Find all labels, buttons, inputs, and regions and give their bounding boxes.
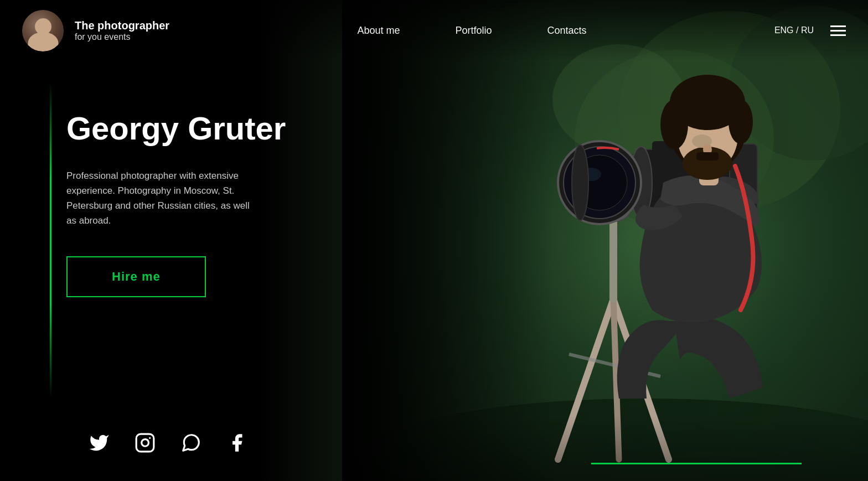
- nav-links: About me Portfolio Contacts: [357, 25, 586, 37]
- instagram-icon[interactable]: [135, 432, 156, 453]
- avatar-image: [22, 10, 64, 51]
- hamburger-line-3: [830, 34, 846, 36]
- svg-rect-6: [342, 0, 868, 481]
- svg-rect-34: [136, 434, 154, 452]
- hamburger-line-2: [830, 30, 846, 32]
- main-content: Georgy Gruter Professional photographer …: [66, 111, 286, 297]
- whatsapp-icon[interactable]: [180, 432, 202, 453]
- avatar: [22, 10, 64, 51]
- nav-link-portfolio[interactable]: Portfolio: [455, 25, 492, 37]
- hamburger-menu[interactable]: [830, 25, 846, 36]
- bottom-accent-line: [591, 463, 802, 464]
- left-accent-line: [50, 83, 51, 398]
- facebook-icon[interactable]: [226, 432, 247, 453]
- svg-rect-32: [696, 152, 719, 161]
- nav-brand: The photographer for you events: [22, 10, 169, 51]
- svg-point-22: [572, 145, 588, 220]
- social-icons: [89, 432, 247, 453]
- nav-right: ENG / RU: [774, 25, 846, 36]
- brand-tagline-line2: for you events: [75, 32, 169, 42]
- brand-tagline-line1: The photographer: [75, 19, 169, 32]
- language-switcher[interactable]: ENG / RU: [774, 25, 814, 35]
- svg-point-28: [728, 100, 753, 144]
- navigation: The photographer for you events About me…: [0, 0, 868, 61]
- hero-description: Professional photographer with extensive…: [66, 168, 255, 229]
- nav-link-about[interactable]: About me: [357, 25, 400, 37]
- hero-name: Georgy Gruter: [66, 111, 286, 146]
- hamburger-line-1: [830, 25, 846, 27]
- svg-point-27: [660, 100, 688, 149]
- hire-me-button[interactable]: Hire me: [66, 256, 206, 297]
- nav-link-contacts[interactable]: Contacts: [547, 25, 587, 37]
- svg-rect-33: [342, 415, 868, 481]
- photographer-scene: [342, 0, 868, 481]
- twitter-icon[interactable]: [89, 432, 110, 453]
- brand-title: The photographer for you events: [75, 19, 169, 42]
